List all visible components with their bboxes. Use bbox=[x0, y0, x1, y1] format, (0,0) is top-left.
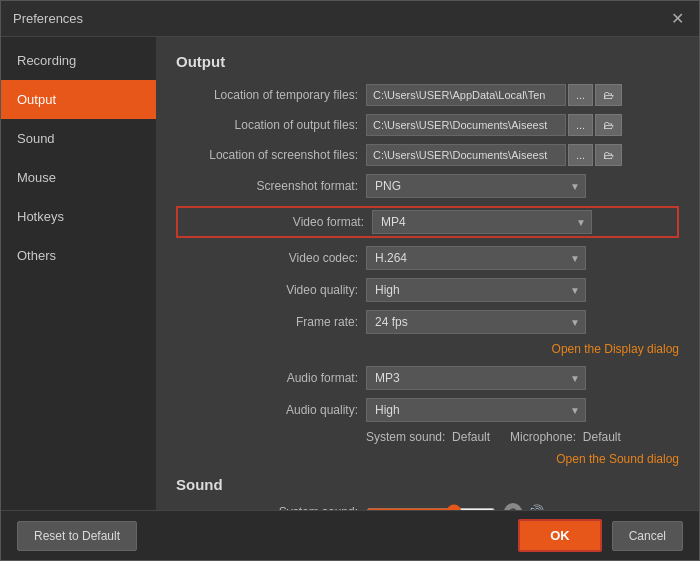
temp-files-dots-button[interactable]: ... bbox=[568, 84, 593, 106]
sound-icons-group: ⚙ 🔊 bbox=[504, 503, 544, 510]
close-button[interactable]: ✕ bbox=[667, 9, 687, 29]
screenshot-format-row: Screenshot format: PNG JPG bbox=[176, 174, 679, 198]
sidebar-item-hotkeys[interactable]: Hotkeys bbox=[1, 197, 156, 236]
video-format-select[interactable]: MP4 AVI MOV bbox=[372, 210, 592, 234]
bottom-bar: Reset to Default OK Cancel bbox=[1, 510, 699, 560]
system-sound-slider-row: System sound: ⚙ 🔊 bbox=[176, 503, 679, 510]
screenshot-files-label: Location of screenshot files: bbox=[176, 148, 366, 162]
open-display-dialog-link[interactable]: Open the Display dialog bbox=[552, 342, 679, 356]
frame-rate-row: Frame rate: 24 fps 30 fps 60 fps bbox=[176, 310, 679, 334]
screenshot-format-select[interactable]: PNG JPG bbox=[366, 174, 586, 198]
output-files-dots-button[interactable]: ... bbox=[568, 114, 593, 136]
screenshot-format-label: Screenshot format: bbox=[176, 179, 366, 193]
output-files-path: C:\Users\USER\Documents\Aiseest bbox=[366, 114, 566, 136]
open-display-dialog-row: Open the Display dialog bbox=[176, 342, 679, 356]
screenshot-files-folder-button[interactable]: 🗁 bbox=[595, 144, 622, 166]
output-panel: Output Location of temporary files: C:\U… bbox=[156, 37, 699, 510]
temp-files-input-group: C:\Users\USER\AppData\Local\Ten ... 🗁 bbox=[366, 84, 679, 106]
video-format-label: Video format: bbox=[182, 215, 372, 229]
sidebar-item-mouse[interactable]: Mouse bbox=[1, 158, 156, 197]
sidebar-item-others[interactable]: Others bbox=[1, 236, 156, 275]
ok-button[interactable]: OK bbox=[518, 519, 602, 552]
frame-rate-wrapper: 24 fps 30 fps 60 fps bbox=[366, 310, 586, 334]
video-format-wrapper: MP4 AVI MOV bbox=[372, 210, 592, 234]
audio-format-wrapper: MP3 AAC WAV bbox=[366, 366, 586, 390]
sidebar-item-recording[interactable]: Recording bbox=[1, 41, 156, 80]
temp-files-row: Location of temporary files: C:\Users\US… bbox=[176, 84, 679, 106]
main-content-area: Recording Output Sound Mouse Hotkeys Oth… bbox=[1, 37, 699, 510]
output-files-label: Location of output files: bbox=[176, 118, 366, 132]
audio-quality-select[interactable]: High Medium Low bbox=[366, 398, 586, 422]
frame-rate-select[interactable]: 24 fps 30 fps 60 fps bbox=[366, 310, 586, 334]
temp-files-label: Location of temporary files: bbox=[176, 88, 366, 102]
audio-format-row: Audio format: MP3 AAC WAV bbox=[176, 366, 679, 390]
audio-quality-row: Audio quality: High Medium Low bbox=[176, 398, 679, 422]
output-files-folder-button[interactable]: 🗁 bbox=[595, 114, 622, 136]
audio-quality-label: Audio quality: bbox=[176, 403, 366, 417]
system-sound-slider-container: ⚙ 🔊 bbox=[366, 503, 544, 510]
sound-sub-section-title: Sound bbox=[176, 476, 679, 493]
bottom-right-buttons: OK Cancel bbox=[518, 519, 683, 552]
video-quality-wrapper: High Medium Low bbox=[366, 278, 586, 302]
sound-info: System sound: Default Microphone: Defaul… bbox=[366, 430, 621, 444]
video-quality-row: Video quality: High Medium Low bbox=[176, 278, 679, 302]
screenshot-files-path: C:\Users\USER\Documents\Aiseest bbox=[366, 144, 566, 166]
open-sound-dialog-link[interactable]: Open the Sound dialog bbox=[556, 452, 679, 466]
sidebar-item-output[interactable]: Output bbox=[1, 80, 156, 119]
video-codec-wrapper: H.264 H.265 bbox=[366, 246, 586, 270]
video-codec-select[interactable]: H.264 H.265 bbox=[366, 246, 586, 270]
frame-rate-label: Frame rate: bbox=[176, 315, 366, 329]
audio-format-select[interactable]: MP3 AAC WAV bbox=[366, 366, 586, 390]
temp-files-folder-button[interactable]: 🗁 bbox=[595, 84, 622, 106]
screenshot-format-wrapper: PNG JPG bbox=[366, 174, 586, 198]
audio-format-label: Audio format: bbox=[176, 371, 366, 385]
window-title: Preferences bbox=[13, 11, 83, 26]
screenshot-files-input-group: C:\Users\USER\Documents\Aiseest ... 🗁 bbox=[366, 144, 679, 166]
screenshot-files-row: Location of screenshot files: C:\Users\U… bbox=[176, 144, 679, 166]
video-quality-select[interactable]: High Medium Low bbox=[366, 278, 586, 302]
microphone-info: Microphone: Default bbox=[510, 430, 621, 444]
video-quality-label: Video quality: bbox=[176, 283, 366, 297]
sidebar-item-sound[interactable]: Sound bbox=[1, 119, 156, 158]
output-files-input-group: C:\Users\USER\Documents\Aiseest ... 🗁 bbox=[366, 114, 679, 136]
sidebar: Recording Output Sound Mouse Hotkeys Oth… bbox=[1, 37, 156, 510]
video-codec-label: Video codec: bbox=[176, 251, 366, 265]
cancel-button[interactable]: Cancel bbox=[612, 521, 683, 551]
section-title: Output bbox=[176, 53, 679, 70]
gear-icon[interactable]: ⚙ bbox=[504, 503, 522, 510]
temp-files-path: C:\Users\USER\AppData\Local\Ten bbox=[366, 84, 566, 106]
title-bar: Preferences ✕ bbox=[1, 1, 699, 37]
output-files-row: Location of output files: C:\Users\USER\… bbox=[176, 114, 679, 136]
system-microphone-info-row: System sound: Default Microphone: Defaul… bbox=[176, 430, 679, 444]
screenshot-files-dots-button[interactable]: ... bbox=[568, 144, 593, 166]
preferences-window: Preferences ✕ Recording Output Sound Mou… bbox=[0, 0, 700, 561]
reset-to-default-button[interactable]: Reset to Default bbox=[17, 521, 137, 551]
system-sound-info: System sound: Default bbox=[366, 430, 490, 444]
speaker-icon[interactable]: 🔊 bbox=[526, 503, 544, 510]
video-codec-row: Video codec: H.264 H.265 bbox=[176, 246, 679, 270]
open-sound-dialog-row: Open the Sound dialog bbox=[176, 452, 679, 466]
video-format-row: Video format: MP4 AVI MOV bbox=[176, 206, 679, 238]
audio-quality-wrapper: High Medium Low bbox=[366, 398, 586, 422]
